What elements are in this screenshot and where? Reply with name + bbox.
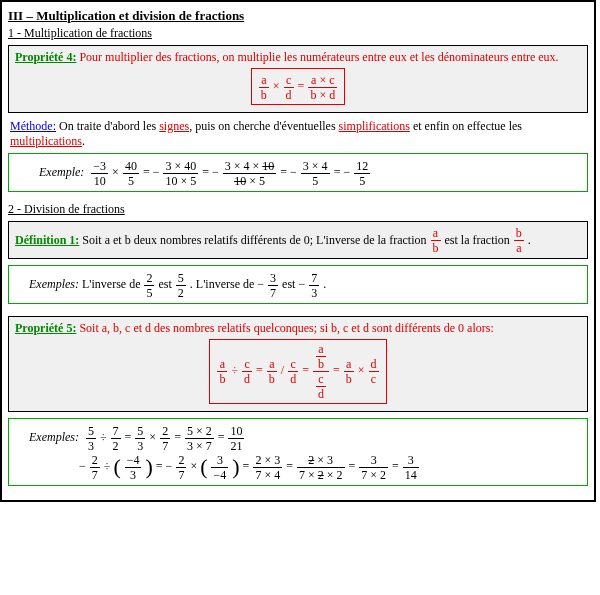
example-inverse-box: Exemples: L'inverse de 25 est 52 . L'inv…: [8, 265, 588, 304]
example-mult-box: Exemple: −310 × 405 = − 3 × 4010 × 5 = −…: [8, 153, 588, 192]
left-paren-icon: (: [200, 454, 207, 479]
property-4-text: Pour multiplier des fractions, on multip…: [79, 50, 558, 64]
property-4-label: Propriété 4:: [15, 50, 76, 64]
property-4-box: Propriété 4: Pour multiplier des fractio…: [8, 45, 588, 113]
example-division-label: Exemples:: [29, 430, 79, 444]
section-1-title: 1 - Multiplication de fractions: [8, 26, 588, 41]
definition-1-label: Définition 1:: [15, 233, 79, 247]
right-paren-icon: ): [232, 454, 239, 479]
example-division-box: Exemples: 53 ÷ 72 = 53 × 27 = 5 × 23 × 7…: [8, 418, 588, 486]
definition-1-box: Définition 1: Soit a et b deux nombres r…: [8, 221, 588, 260]
property-4-formula: ab × cd = a × cb × d: [251, 68, 345, 105]
example-div-line-1: Exemples: 53 ÷ 72 = 53 × 27 = 5 × 23 × 7…: [29, 423, 581, 452]
property-5-label: Propriété 5:: [15, 321, 76, 335]
left-paren-icon: (: [113, 454, 120, 479]
property-5-box: Propriété 5: Soit a, b, c et d des nombr…: [8, 316, 588, 412]
method-label: Méthode:: [10, 119, 56, 133]
section-2-title: 2 - Division de fractions: [8, 202, 588, 217]
main-heading: III – Multiplication et division de frac…: [8, 8, 588, 24]
example-div-line-2: − 27 ÷ ( −43 ) = − 27 × ( 3−4 ) = 2 × 37…: [29, 452, 581, 481]
example-inverse-label: Exemples:: [29, 277, 79, 291]
example-mult-label: Exemple:: [39, 165, 84, 179]
right-paren-icon: ): [145, 454, 152, 479]
method-paragraph: Méthode: On traite d'abord les signes, p…: [10, 119, 586, 149]
property-5-formula: ab ÷ cd = ab / cd = ab cd = ab × dc: [209, 339, 386, 404]
property-5-text: Soit a, b, c et d des nombres relatifs q…: [79, 321, 493, 335]
document-page: III – Multiplication et division de frac…: [0, 0, 596, 502]
